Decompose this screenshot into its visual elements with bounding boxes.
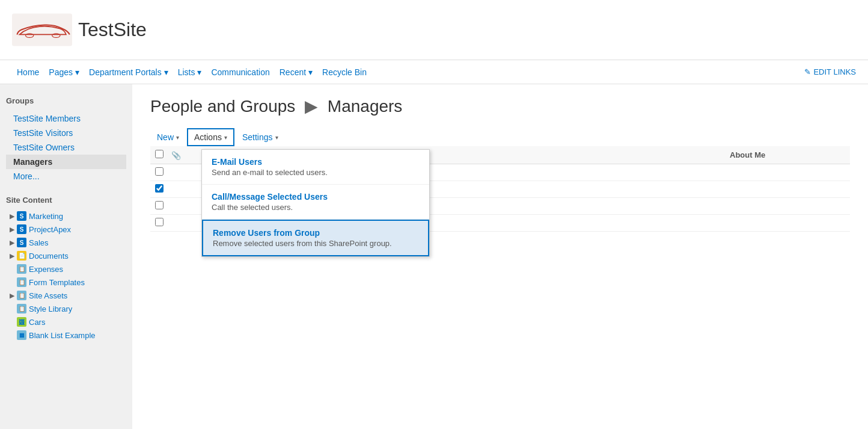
- email-users-item[interactable]: E-Mail Users Send an e-mail to selected …: [202, 150, 429, 185]
- site-title: TestSite: [78, 19, 147, 41]
- email-users-desc: Send an e-mail to selected users.: [212, 168, 420, 177]
- th-about: About Me: [730, 150, 850, 159]
- attach-icon: 📎: [171, 151, 181, 160]
- settings-caret-icon: ▾: [275, 134, 278, 141]
- nav-recycle-bin[interactable]: Recycle Bin: [317, 67, 371, 77]
- sidebar-documents[interactable]: ▶ 📄 Documents: [6, 249, 126, 262]
- th-checkbox: [150, 150, 168, 160]
- marketing-arrow-icon: ▶: [10, 212, 14, 220]
- documents-arrow-icon: ▶: [10, 252, 14, 260]
- content-area: People and Groups ▶ Managers New ▾ Actio…: [132, 84, 868, 429]
- main-container: Groups TestSite Members TestSite Visitor…: [0, 84, 868, 429]
- select-all-checkbox[interactable]: [155, 150, 164, 158]
- remove-users-title: Remove Users from Group: [213, 228, 418, 238]
- sidebar-managers[interactable]: Managers: [6, 155, 126, 169]
- call-message-desc: Call the selected users.: [212, 203, 420, 212]
- nav-communication[interactable]: Communication: [206, 67, 274, 77]
- row2-checkbox[interactable]: [155, 184, 164, 193]
- sidebar-testsite-members[interactable]: TestSite Members: [6, 111, 126, 126]
- sidebar-projectapex[interactable]: ▶ S ProjectApex: [6, 223, 126, 236]
- nav-bar: Home Pages ▾ Department Portals ▾ Lists …: [0, 60, 868, 84]
- pages-caret-icon: ▾: [75, 67, 79, 77]
- sidebar-expenses[interactable]: ▶ 📋 Expenses: [6, 262, 126, 276]
- form-templates-icon: 📋: [17, 277, 26, 287]
- call-message-title: Call/Message Selected Users: [212, 192, 420, 202]
- sidebar-testsite-visitors[interactable]: TestSite Visitors: [6, 126, 126, 140]
- sidebar-style-library[interactable]: ▶ 📋 Style Library: [6, 302, 126, 315]
- projectapex-icon: S: [17, 224, 26, 234]
- header: TestSite: [0, 0, 868, 60]
- actions-button[interactable]: Actions ▾: [187, 128, 234, 146]
- nav-department-portals[interactable]: Department Portals ▾: [84, 67, 173, 77]
- nav-home[interactable]: Home: [12, 67, 44, 77]
- site-assets-icon: 📋: [17, 291, 26, 300]
- row4-checkbox[interactable]: [155, 218, 164, 226]
- sidebar-cars[interactable]: ▶ 🖼 Cars: [6, 315, 126, 329]
- title-separator: ▶: [305, 97, 318, 116]
- row1-checkbox-cell: [150, 167, 168, 177]
- lists-caret-icon: ▾: [197, 67, 201, 77]
- actions-caret-icon: ▾: [224, 134, 227, 141]
- blank-list-icon: ▦: [17, 330, 26, 340]
- sidebar-marketing[interactable]: ▶ S Marketing: [6, 209, 126, 223]
- row2-checkbox-cell: [150, 184, 168, 194]
- logo-area: TestSite: [12, 13, 147, 46]
- call-message-item[interactable]: Call/Message Selected Users Call the sel…: [202, 185, 429, 220]
- edit-links-button[interactable]: EDIT LINKS: [804, 67, 856, 76]
- projectapex-arrow-icon: ▶: [10, 226, 14, 233]
- row1-checkbox[interactable]: [155, 167, 164, 176]
- expenses-icon: 📋: [17, 264, 26, 274]
- th-icon1: 📎: [168, 150, 183, 160]
- new-caret-icon: ▾: [176, 134, 179, 141]
- sales-icon: S: [17, 238, 26, 247]
- actions-dropdown: E-Mail Users Send an e-mail to selected …: [201, 149, 430, 257]
- remove-users-item[interactable]: Remove Users from Group Remove selected …: [202, 220, 429, 256]
- sidebar-blank-list[interactable]: ▶ ▦ Blank List Example: [6, 329, 126, 342]
- sidebar-testsite-owners[interactable]: TestSite Owners: [6, 140, 126, 155]
- row3-checkbox[interactable]: [155, 201, 164, 209]
- nav-pages[interactable]: Pages ▾: [44, 67, 84, 77]
- recent-caret-icon: ▾: [308, 67, 313, 77]
- site-assets-arrow-icon: ▶: [10, 292, 14, 300]
- site-content-title: Site Content: [6, 196, 126, 205]
- sidebar-sales[interactable]: ▶ S Sales: [6, 236, 126, 249]
- style-library-icon: 📋: [17, 304, 26, 313]
- documents-icon: 📄: [17, 251, 26, 261]
- row4-checkbox-cell: [150, 218, 168, 228]
- toolbar: New ▾ Actions ▾ Settings ▾ E-Mail Users …: [150, 128, 850, 146]
- sidebar: Groups TestSite Members TestSite Visitor…: [0, 84, 132, 429]
- marketing-icon: S: [17, 211, 26, 221]
- cars-icon: 🖼: [17, 317, 26, 327]
- sidebar-more[interactable]: More...: [6, 169, 126, 184]
- row3-checkbox-cell: [150, 201, 168, 211]
- sidebar-site-assets[interactable]: ▶ 📋 Site Assets: [6, 289, 126, 302]
- new-button[interactable]: New ▾: [150, 129, 186, 146]
- page-title: People and Groups ▶ Managers: [150, 96, 850, 116]
- nav-lists[interactable]: Lists ▾: [173, 67, 207, 77]
- site-logo: [12, 13, 72, 46]
- remove-users-desc: Remove selected users from this SharePoi…: [213, 239, 418, 248]
- sidebar-form-templates[interactable]: ▶ 📋 Form Templates: [6, 276, 126, 289]
- nav-recent[interactable]: Recent ▾: [275, 67, 317, 77]
- sales-arrow-icon: ▶: [10, 239, 14, 247]
- settings-button[interactable]: Settings ▾: [236, 129, 285, 146]
- email-users-title: E-Mail Users: [212, 157, 420, 167]
- groups-title: Groups: [6, 96, 126, 105]
- dept-caret-icon: ▾: [164, 67, 168, 77]
